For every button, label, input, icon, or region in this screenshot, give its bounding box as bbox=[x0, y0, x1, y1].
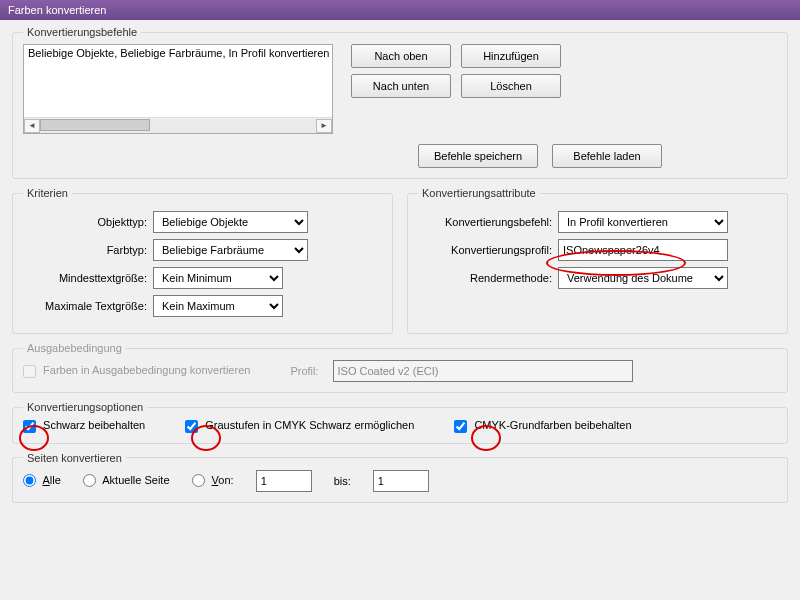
window-title: Farben konvertieren bbox=[8, 4, 106, 16]
scroll-right-icon[interactable]: ► bbox=[316, 119, 332, 133]
object-type-label: Objekttyp: bbox=[23, 216, 153, 228]
window-body: Konvertierungsbefehle Beliebige Objekte,… bbox=[0, 20, 800, 523]
color-type-select[interactable]: Beliebige Farbräume bbox=[153, 239, 308, 261]
pages-from-input[interactable] bbox=[256, 470, 312, 492]
conversion-command-label: Konvertierungsbefehl: bbox=[418, 216, 558, 228]
output-condition-group: Ausgabebedingung Farben in Ausgabebeding… bbox=[12, 342, 788, 393]
preserve-cmyk-checkbox[interactable] bbox=[454, 420, 467, 433]
attributes-legend: Konvertierungsattribute bbox=[418, 187, 540, 199]
render-method-label: Rendermethode: bbox=[418, 272, 558, 284]
conversion-profile-label: Konvertierungsprofil: bbox=[418, 244, 558, 256]
scroll-left-icon[interactable]: ◄ bbox=[24, 119, 40, 133]
max-text-size-label: Maximale Textgröße: bbox=[23, 300, 153, 312]
pages-current-radio[interactable] bbox=[83, 474, 96, 487]
window-titlebar: Farben konvertieren bbox=[0, 0, 800, 20]
pages-from-radio[interactable] bbox=[192, 474, 205, 487]
max-text-size-select[interactable]: Kein Maximum bbox=[153, 295, 283, 317]
object-type-select[interactable]: Beliebige Objekte bbox=[153, 211, 308, 233]
preserve-cmyk-label[interactable]: CMYK-Grundfarben beibehalten bbox=[454, 419, 631, 433]
gray-to-cmyk-checkbox[interactable] bbox=[185, 420, 198, 433]
commands-legend: Konvertierungsbefehle bbox=[23, 26, 141, 38]
conversion-profile-input[interactable] bbox=[558, 239, 728, 261]
criteria-legend: Kriterien bbox=[23, 187, 72, 199]
add-button[interactable]: Hinzufügen bbox=[461, 44, 561, 68]
commands-listbox[interactable]: Beliebige Objekte, Beliebige Farbräume, … bbox=[23, 44, 333, 134]
move-up-button[interactable]: Nach oben bbox=[351, 44, 451, 68]
pages-all-label[interactable]: Alle bbox=[23, 474, 61, 488]
load-commands-button[interactable]: Befehle laden bbox=[552, 144, 662, 168]
min-text-size-label: Mindesttextgröße: bbox=[23, 272, 153, 284]
output-profile-input bbox=[333, 360, 633, 382]
min-text-size-select[interactable]: Kein Minimum bbox=[153, 267, 283, 289]
conversion-options-group: Konvertierungsoptionen Schwarz beibehalt… bbox=[12, 401, 788, 444]
output-profile-label: Profil: bbox=[290, 365, 324, 377]
pages-group: Seiten konvertieren Alle Aktuelle Seite … bbox=[12, 452, 788, 503]
conversion-options-legend: Konvertierungsoptionen bbox=[23, 401, 147, 413]
attributes-group: Konvertierungsattribute Konvertierungsbe… bbox=[407, 187, 788, 334]
pages-current-label[interactable]: Aktuelle Seite bbox=[83, 474, 170, 488]
color-type-label: Farbtyp: bbox=[23, 244, 153, 256]
move-down-button[interactable]: Nach unten bbox=[351, 74, 451, 98]
delete-button[interactable]: Löschen bbox=[461, 74, 561, 98]
render-method-select[interactable]: Verwendung des Dokuments bbox=[558, 267, 728, 289]
convert-to-output-checkbox-label: Farben in Ausgabebedingung konvertieren bbox=[23, 364, 250, 378]
criteria-group: Kriterien Objekttyp: Beliebige Objekte F… bbox=[12, 187, 393, 334]
convert-to-output-checkbox bbox=[23, 365, 36, 378]
preserve-black-checkbox[interactable] bbox=[23, 420, 36, 433]
pages-to-input[interactable] bbox=[373, 470, 429, 492]
output-condition-legend: Ausgabebedingung bbox=[23, 342, 126, 354]
commands-list-item[interactable]: Beliebige Objekte, Beliebige Farbräume, … bbox=[24, 45, 332, 61]
pages-all-radio[interactable] bbox=[23, 474, 36, 487]
scroll-thumb[interactable] bbox=[40, 119, 150, 131]
gray-to-cmyk-label[interactable]: Graustufen in CMYK Schwarz ermöglichen bbox=[185, 419, 414, 433]
scroll-track[interactable] bbox=[40, 119, 316, 133]
horizontal-scrollbar[interactable]: ◄ ► bbox=[24, 117, 332, 133]
conversion-command-select[interactable]: In Profil konvertieren bbox=[558, 211, 728, 233]
commands-group: Konvertierungsbefehle Beliebige Objekte,… bbox=[12, 26, 788, 179]
pages-legend: Seiten konvertieren bbox=[23, 452, 126, 464]
save-commands-button[interactable]: Befehle speichern bbox=[418, 144, 538, 168]
preserve-black-label[interactable]: Schwarz beibehalten bbox=[23, 419, 145, 433]
pages-from-label[interactable]: Von: bbox=[192, 474, 234, 488]
pages-to-label: bis: bbox=[334, 475, 351, 487]
